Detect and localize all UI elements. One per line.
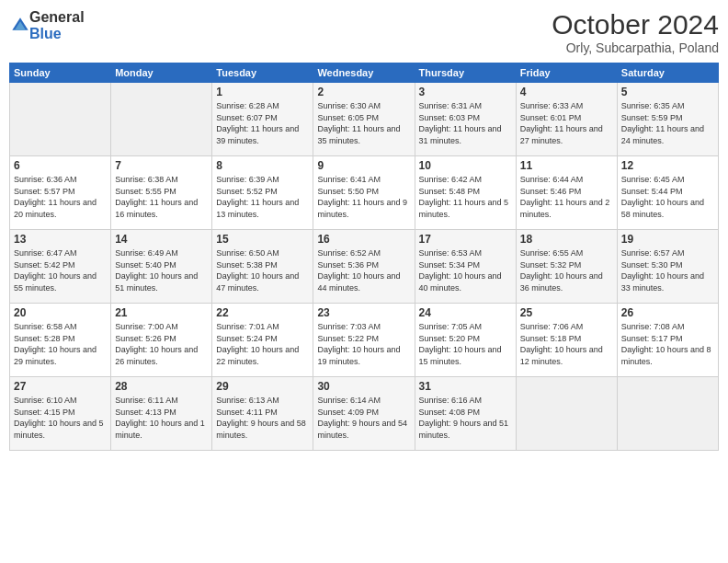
calendar-cell: 8Sunrise: 6:39 AM Sunset: 5:52 PM Daylig… xyxy=(212,156,313,230)
day-info: Sunrise: 7:01 AM Sunset: 5:24 PM Dayligh… xyxy=(216,321,309,367)
calendar-cell xyxy=(111,83,212,156)
calendar-cell: 16Sunrise: 6:52 AM Sunset: 5:36 PM Dayli… xyxy=(313,230,415,304)
calendar-cell: 29Sunrise: 6:13 AM Sunset: 4:11 PM Dayli… xyxy=(212,377,313,451)
calendar-cell: 7Sunrise: 6:38 AM Sunset: 5:55 PM Daylig… xyxy=(111,156,212,230)
day-info: Sunrise: 6:49 AM Sunset: 5:40 PM Dayligh… xyxy=(115,247,208,293)
calendar-cell: 19Sunrise: 6:57 AM Sunset: 5:30 PM Dayli… xyxy=(617,230,718,304)
header-saturday: Saturday xyxy=(617,63,718,83)
day-info: Sunrise: 6:36 AM Sunset: 5:57 PM Dayligh… xyxy=(14,174,107,220)
calendar-cell: 1Sunrise: 6:28 AM Sunset: 6:07 PM Daylig… xyxy=(212,83,313,156)
calendar-cell: 27Sunrise: 6:10 AM Sunset: 4:15 PM Dayli… xyxy=(10,377,111,451)
day-number: 2 xyxy=(317,86,410,98)
day-number: 14 xyxy=(115,233,208,246)
day-info: Sunrise: 6:47 AM Sunset: 5:42 PM Dayligh… xyxy=(14,247,107,293)
title-section: October 2024 Orly, Subcarpathia, Poland xyxy=(552,9,719,55)
logo-icon xyxy=(11,17,29,35)
day-info: Sunrise: 6:58 AM Sunset: 5:28 PM Dayligh… xyxy=(14,321,107,367)
day-number: 3 xyxy=(419,86,512,98)
day-info: Sunrise: 7:00 AM Sunset: 5:26 PM Dayligh… xyxy=(115,321,208,367)
day-number: 22 xyxy=(216,306,309,319)
calendar-cell xyxy=(617,377,718,451)
day-number: 23 xyxy=(317,306,410,319)
header-friday: Friday xyxy=(516,63,617,83)
day-info: Sunrise: 7:08 AM Sunset: 5:17 PM Dayligh… xyxy=(621,321,714,367)
calendar-cell: 3Sunrise: 6:31 AM Sunset: 6:03 PM Daylig… xyxy=(415,83,516,156)
day-info: Sunrise: 6:44 AM Sunset: 5:46 PM Dayligh… xyxy=(520,174,613,220)
calendar-cell: 11Sunrise: 6:44 AM Sunset: 5:46 PM Dayli… xyxy=(516,156,617,230)
logo-general: General xyxy=(29,9,85,26)
day-info: Sunrise: 6:13 AM Sunset: 4:11 PM Dayligh… xyxy=(216,395,309,441)
day-number: 12 xyxy=(621,159,714,172)
day-number: 27 xyxy=(14,380,107,393)
day-info: Sunrise: 6:45 AM Sunset: 5:44 PM Dayligh… xyxy=(621,174,714,220)
header-wednesday: Wednesday xyxy=(313,63,415,83)
day-info: Sunrise: 6:52 AM Sunset: 5:36 PM Dayligh… xyxy=(317,247,410,293)
header-monday: Monday xyxy=(111,63,212,83)
day-number: 1 xyxy=(216,86,309,98)
day-number: 29 xyxy=(216,380,309,393)
logo-blue: Blue xyxy=(29,26,85,42)
day-info: Sunrise: 6:30 AM Sunset: 6:05 PM Dayligh… xyxy=(317,100,410,146)
day-info: Sunrise: 6:11 AM Sunset: 4:13 PM Dayligh… xyxy=(115,395,208,441)
calendar-header-row: Sunday Monday Tuesday Wednesday Thursday… xyxy=(10,63,719,83)
calendar-cell: 17Sunrise: 6:53 AM Sunset: 5:34 PM Dayli… xyxy=(415,230,516,304)
day-number: 9 xyxy=(317,159,410,172)
day-number: 5 xyxy=(621,86,714,98)
calendar-cell: 15Sunrise: 6:50 AM Sunset: 5:38 PM Dayli… xyxy=(212,230,313,304)
calendar-cell: 31Sunrise: 6:16 AM Sunset: 4:08 PM Dayli… xyxy=(415,377,516,451)
day-info: Sunrise: 6:10 AM Sunset: 4:15 PM Dayligh… xyxy=(14,395,107,441)
day-number: 30 xyxy=(317,380,410,393)
day-number: 28 xyxy=(115,380,208,393)
calendar-cell: 21Sunrise: 7:00 AM Sunset: 5:26 PM Dayli… xyxy=(111,304,212,377)
page-header: General Blue October 2024 Orly, Subcarpa… xyxy=(9,9,719,55)
day-info: Sunrise: 6:39 AM Sunset: 5:52 PM Dayligh… xyxy=(216,174,309,220)
day-info: Sunrise: 6:53 AM Sunset: 5:34 PM Dayligh… xyxy=(419,247,512,293)
day-info: Sunrise: 7:06 AM Sunset: 5:18 PM Dayligh… xyxy=(520,321,613,367)
calendar-cell: 28Sunrise: 6:11 AM Sunset: 4:13 PM Dayli… xyxy=(111,377,212,451)
calendar-cell: 18Sunrise: 6:55 AM Sunset: 5:32 PM Dayli… xyxy=(516,230,617,304)
day-number: 25 xyxy=(520,306,613,319)
day-info: Sunrise: 7:05 AM Sunset: 5:20 PM Dayligh… xyxy=(419,321,512,367)
calendar-cell: 6Sunrise: 6:36 AM Sunset: 5:57 PM Daylig… xyxy=(10,156,111,230)
calendar-cell: 10Sunrise: 6:42 AM Sunset: 5:48 PM Dayli… xyxy=(415,156,516,230)
day-number: 8 xyxy=(216,159,309,172)
day-number: 4 xyxy=(520,86,613,98)
calendar-cell: 25Sunrise: 7:06 AM Sunset: 5:18 PM Dayli… xyxy=(516,304,617,377)
calendar-cell: 20Sunrise: 6:58 AM Sunset: 5:28 PM Dayli… xyxy=(10,304,111,377)
day-info: Sunrise: 6:35 AM Sunset: 5:59 PM Dayligh… xyxy=(621,100,714,146)
day-number: 13 xyxy=(14,233,107,246)
day-info: Sunrise: 6:50 AM Sunset: 5:38 PM Dayligh… xyxy=(216,247,309,293)
calendar-cell: 2Sunrise: 6:30 AM Sunset: 6:05 PM Daylig… xyxy=(313,83,415,156)
day-info: Sunrise: 6:31 AM Sunset: 6:03 PM Dayligh… xyxy=(419,100,512,146)
calendar-cell xyxy=(516,377,617,451)
calendar-cell: 14Sunrise: 6:49 AM Sunset: 5:40 PM Dayli… xyxy=(111,230,212,304)
day-info: Sunrise: 6:16 AM Sunset: 4:08 PM Dayligh… xyxy=(419,395,512,441)
month-title: October 2024 xyxy=(552,9,719,40)
day-info: Sunrise: 6:38 AM Sunset: 5:55 PM Dayligh… xyxy=(115,174,208,220)
header-tuesday: Tuesday xyxy=(212,63,313,83)
day-number: 21 xyxy=(115,306,208,319)
day-number: 7 xyxy=(115,159,208,172)
day-number: 10 xyxy=(419,159,512,172)
logo: General Blue xyxy=(9,9,85,41)
calendar-cell: 24Sunrise: 7:05 AM Sunset: 5:20 PM Dayli… xyxy=(415,304,516,377)
day-number: 31 xyxy=(419,380,512,393)
day-info: Sunrise: 6:57 AM Sunset: 5:30 PM Dayligh… xyxy=(621,247,714,293)
day-number: 19 xyxy=(621,233,714,246)
calendar-cell: 26Sunrise: 7:08 AM Sunset: 5:17 PM Dayli… xyxy=(617,304,718,377)
day-number: 6 xyxy=(14,159,107,172)
day-info: Sunrise: 6:42 AM Sunset: 5:48 PM Dayligh… xyxy=(419,174,512,220)
day-info: Sunrise: 7:03 AM Sunset: 5:22 PM Dayligh… xyxy=(317,321,410,367)
day-number: 20 xyxy=(14,306,107,319)
day-number: 17 xyxy=(419,233,512,246)
calendar-cell: 30Sunrise: 6:14 AM Sunset: 4:09 PM Dayli… xyxy=(313,377,415,451)
day-info: Sunrise: 6:55 AM Sunset: 5:32 PM Dayligh… xyxy=(520,247,613,293)
calendar-cell: 12Sunrise: 6:45 AM Sunset: 5:44 PM Dayli… xyxy=(617,156,718,230)
calendar-cell: 22Sunrise: 7:01 AM Sunset: 5:24 PM Dayli… xyxy=(212,304,313,377)
calendar-cell: 13Sunrise: 6:47 AM Sunset: 5:42 PM Dayli… xyxy=(10,230,111,304)
day-number: 26 xyxy=(621,306,714,319)
day-info: Sunrise: 6:41 AM Sunset: 5:50 PM Dayligh… xyxy=(317,174,410,220)
header-thursday: Thursday xyxy=(415,63,516,83)
day-number: 24 xyxy=(419,306,512,319)
calendar-table: Sunday Monday Tuesday Wednesday Thursday… xyxy=(9,63,719,451)
